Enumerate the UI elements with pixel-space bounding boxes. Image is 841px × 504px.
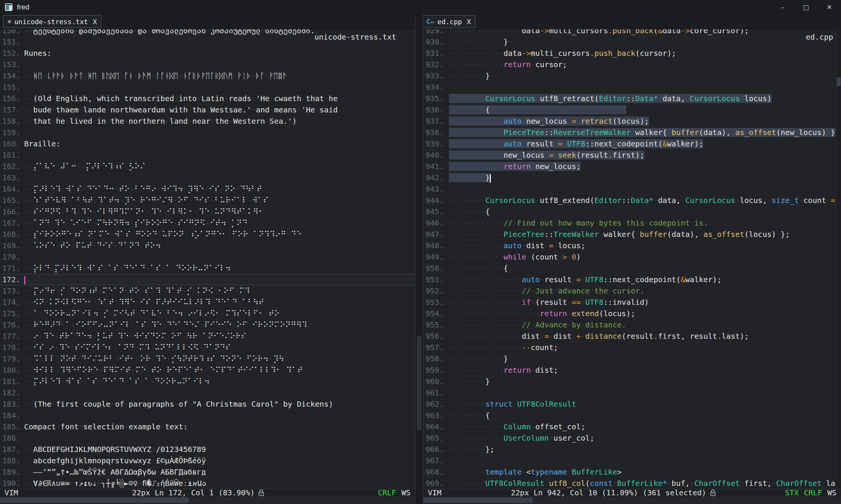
left-hscroll-thumb[interactable] [0,498,189,503]
code-line[interactable]: 181.··⡍⠜⠇⠑⠹·⠺⠁⠎·⠁⠎·⠙⠑⠁⠙·⠁⠎·⠁·⠙⠕⠕⠗⠤⠝⠁⠊⠇⠲ [0,376,415,387]
code-line[interactable]: 952.················//·Just·advance·the·… [423,285,841,297]
code-line[interactable]: 935.········CursorLocus·utf8_retract(Edi… [423,93,841,104]
code-line[interactable]: 158.··that·he·lived·in·the·northern·land… [0,115,415,127]
code-line[interactable]: 955.················//·Advance·by·distan… [423,319,841,330]
code-line[interactable]: 929.················data->multi_cursors.… [423,29,841,36]
close-button[interactable]: ✕ [818,0,841,14]
code-line[interactable]: 961. [423,387,841,398]
code-line[interactable]: 157.··bude·thaem·lande·northweardum·with… [0,104,415,115]
code-line[interactable]: 170. [0,251,415,263]
code-line[interactable]: 940.············new_locus·=·seek(result.… [423,149,841,161]
tab-ed-cpp[interactable]: C++ ed.cpp X [422,15,475,28]
code-line[interactable]: 937.············auto·new_locus·=·retract… [423,115,841,127]
code-line[interactable]: 948.············auto·dist·=·locus; [423,240,841,251]
code-line[interactable]: 930.············} [423,36,841,48]
code-line[interactable]: 963.········{ [423,410,841,421]
code-line[interactable]: 943. [423,183,841,195]
code-line[interactable]: 190.··∀∂∈ℝ∧∪≡∞·↑↗↨↻⇣·┐┼╔╘░►☺♀·ﬁ�⑀₂ἠḂӥẄɐː… [0,478,415,489]
code-line[interactable]: 957.················--count; [423,342,841,353]
code-line[interactable]: 936.········{ [423,104,841,115]
code-line[interactable]: 179.··⠩⠁⠇⠇·⠝⠕⠞·⠙⠊⠌⠥⠗⠃·⠊⠞⠂·⠕⠗·⠹⠑·⡊⠳⠝⠞⠗⠹⠰⠎… [0,353,415,364]
code-line[interactable]: 966.········}; [423,444,841,455]
code-line[interactable]: 167.··⠁⠝⠙·⠹⠑·⠡⠊⠑⠋·⠍⠳⠗⠝⠻⠲·⡎⠊⠗⠕⠕⠛⠑·⠎⠊⠛⠝⠫·⠊… [0,217,415,229]
code-line[interactable]: 163. [0,172,415,183]
code-line[interactable]: 152.Runes: [0,48,415,59]
code-line[interactable]: 932.············return·cursor; [423,59,841,70]
left-hscrollbar[interactable] [0,496,415,504]
editor-pane-left[interactable]: 150.··ტექსტების·დამუშავებასა·და·მრავალენ… [0,29,415,489]
code-line[interactable]: 947.············PieceTree::TreeWalker·wa… [423,229,841,240]
code-line[interactable]: 953.················if·(result·==·UTF8::… [423,297,841,308]
right-vscroll-thumb[interactable] [837,77,841,86]
code-line[interactable]: 959.············return·dist; [423,364,841,376]
code-line[interactable]: 153. [0,59,415,70]
code-line[interactable]: 185.Compact·font·selection·example·text: [0,421,415,432]
code-line[interactable]: 178.··⠊⠎·⠔·⠹⠑·⠎⠊⠍⠊⠇⠑⠆·⠁⠝⠙·⠍⠹·⠥⠝⠙⠁⠇⠇⠪⠫·⠙⠁… [0,342,415,353]
code-line[interactable]: 171.··⡕⠇⠙·⡍⠜⠇⠑⠹·⠺⠁⠎·⠁⠎·⠙⠑⠁⠙·⠁⠎·⠁·⠙⠕⠕⠗⠤⠝⠁… [0,263,415,274]
code-line[interactable]: 174.··⠪⠝·⠅⠝⠪⠇⠫⠛⠑⠂·⠱⠁⠞·⠹⠻⠑·⠊⠎·⠏⠜⠞⠊⠊⠥⠇⠜⠇⠹·… [0,297,415,308]
code-line[interactable]: 187.··ABCDEFGHIJKLMNOPQRSTUVWXYZ·/012345… [0,444,415,455]
right-vscrollbar[interactable] [836,29,841,489]
code-line[interactable]: 962.········struct·UTF8ColResult [423,398,841,410]
code-line[interactable]: 165.··⠱⠁⠞⠑⠧⠻·⠁⠃⠳⠞·⠹⠁⠞⠲·⡹⠑·⠗⠑⠛⠊⠌⠻·⠕⠋·⠙⠊⠎·… [0,195,415,206]
code-line[interactable]: 159. [0,127,415,138]
code-line[interactable]: 946.············//·Find·out·how·many·byt… [423,217,841,229]
right-hscrollbar[interactable] [423,496,841,504]
code-line[interactable]: 958.············} [423,353,841,364]
code-line[interactable]: 967. [423,455,841,466]
right-hscroll-thumb[interactable] [423,498,533,503]
code-line[interactable]: 164.··⡍⠜⠇⠑⠹·⠺⠁⠎·⠙⠑⠁⠙⠒·⠞⠕·⠃⠑⠛⠔·⠺⠊⠹⠲·⡹⠻⠑·⠊… [0,183,415,195]
editor-pane-right[interactable]: 929.················data->multi_cursors.… [423,29,841,489]
code-line[interactable]: 965.············UserColumn·user_col; [423,432,841,444]
code-line[interactable]: 960.········} [423,376,841,387]
code-line[interactable]: 950.············{ [423,263,841,274]
code-line[interactable]: 173.··⡍⠔⠙⠖·⡊·⠙⠕⠝⠰⠞·⠍⠑⠁⠝·⠞⠕·⠎⠁⠹·⠹⠁⠞·⡊·⠅⠝⠪… [0,285,415,297]
code-line[interactable]: 939.············auto·result·=·UTF8::next… [423,138,841,149]
pane-divider-scrollbar[interactable] [415,14,423,504]
code-line[interactable]: 156.··(Old·English,·which·transcribed·in… [0,93,415,104]
minimize-button[interactable]: – [771,0,794,14]
code-line[interactable]: 931.············data->multi_cursors.push… [423,48,841,59]
code-line[interactable]: 944.········CursorLocus·utf8_extend(Edit… [423,195,841,206]
tab-unicode-stress[interactable]: ≡ unicode-stress.txt X [3,15,101,28]
code-line[interactable]: 160.Braille: [0,138,415,149]
code-line[interactable]: 186. [0,432,415,444]
code-line[interactable]: 166.··⠎⠊⠛⠝⠫·⠃⠹·⠹⠑·⠊⠇⠻⠛⠹⠍⠁⠝⠂·⠹⠑·⠊⠇⠻⠅⠂·⠹⠑·… [0,206,415,217]
code-line[interactable]: 934. [423,81,841,93]
code-line[interactable]: 169.··⠡⠕⠎⠑·⠞⠕·⠏⠥⠞·⠙⠊⠎·⠙⠁⠝⠙·⠞⠕⠲ [0,240,415,251]
code-line[interactable]: 168.··⡎⠊⠗⠕⠕⠛⠑⠰⠎·⠝⠁⠍⠑·⠺⠁⠎·⠛⠕⠕⠙·⠥⠏⠕⠝·⠰⡡⠁⠝⠛… [0,229,415,240]
code-line[interactable]: 182. [0,387,415,398]
code-line[interactable]: 954.····················return·extend(lo… [423,308,841,319]
code-line[interactable]: 956.················dist·=·dist·+·distan… [423,330,841,342]
code-line[interactable]: 949.············while·(count·>·0) [423,251,841,263]
code-line[interactable]: 176.··⠗⠑⠛⠜⠙·⠁·⠊⠕⠋⠋⠔⠤⠝⠁⠊⠇·⠁⠎·⠹⠑·⠙⠑⠁⠙⠑⠌·⠏⠊… [0,319,415,330]
code-text: ··⠪⠝·⠅⠝⠪⠇⠫⠛⠑⠂·⠱⠁⠞·⠹⠻⠑·⠊⠎·⠏⠜⠞⠊⠊⠥⠇⠜⠇⠹·⠙⠑⠁⠙… [24,298,264,307]
code-line[interactable]: 151. [0,36,415,48]
code-line[interactable]: 162.··⡌⠁⠧⠑·⠼⠁⠒··⡍⠜⠇⠑⠹⠰⠎·⡣⠕⠌ [0,161,415,172]
code-line[interactable]: 175.··⠁·⠙⠕⠕⠗⠤⠝⠁⠊⠇⠲·⡊·⠍⠊⠣⠞·⠙⠁⠧⠑·⠃⠑⠲·⠔⠊⠇⠔⠫… [0,308,415,319]
code-line[interactable]: 951.················auto·result·=·UTF8::… [423,274,841,285]
code-line[interactable]: 155. [0,81,415,93]
code-line[interactable]: 150.··ტექსტების·დამუშავებასა·და·მრავალენ… [0,29,415,36]
code-line[interactable]: 184. [0,410,415,421]
tab-close-icon[interactable]: X [467,18,471,26]
code-line[interactable]: 172. [0,274,415,285]
code-line[interactable]: 161. [0,149,415,161]
code-line[interactable]: 942.········} [423,172,841,183]
code-line[interactable]: 183.··(The·first·couple·of·paragraphs·of… [0,398,415,410]
code-line[interactable]: 941.············return·new_locus; [423,161,841,172]
code-line[interactable]: 180.··⠺⠊⠇⠇·⠹⠻⠑⠋⠕⠗⠑·⠏⠻⠍⠊⠞·⠍⠑·⠞⠕·⠗⠑⠏⠑⠁⠞⠂·⠑… [0,364,415,376]
code-line[interactable]: 189.··–—‘“”„†•…‰™œŠŸž€·ΑΒΓΔΩαβγδω·АБВГДа… [0,466,415,478]
left-vscroll-thumb[interactable] [417,336,421,430]
code-line[interactable]: 968.········template·<typename·BufferLik… [423,466,841,478]
code-line[interactable]: 969.········UTF8ColResult·utf8_col(const… [423,478,841,489]
code-line[interactable]: 177.··⠔·⠹⠑·⠞⠗⠁⠙⠑⠲·⡃⠥⠞·⠹⠑·⠺⠊⠎⠙⠕⠍·⠕⠋·⠳⠗·⠁⠝… [0,330,415,342]
code-line[interactable]: 945.········{ [423,206,841,217]
code-line[interactable]: 188.··abcdefghijklmnopqrstuvwxyz·£©µÀÆÖÞ… [0,455,415,466]
code-line[interactable]: 938.············PieceTree::ReverseTreeWa… [423,127,841,138]
code-line[interactable]: 964.············Column·offset_col; [423,421,841,432]
code-line[interactable]: 154.··ᚻᛖ·ᚳᚹᚫᚦ·ᚦᚫᛏ·ᚻᛖ·ᛒᚢᛞᛖ·ᚩᚾ·ᚦᚫᛗ·ᛚᚪᚾᛞᛖ·ᚾ… [0,70,415,81]
code-line[interactable]: 933.········} [423,70,841,81]
tab-close-icon[interactable]: X [93,18,97,26]
maximize-button[interactable]: □ [794,0,818,14]
